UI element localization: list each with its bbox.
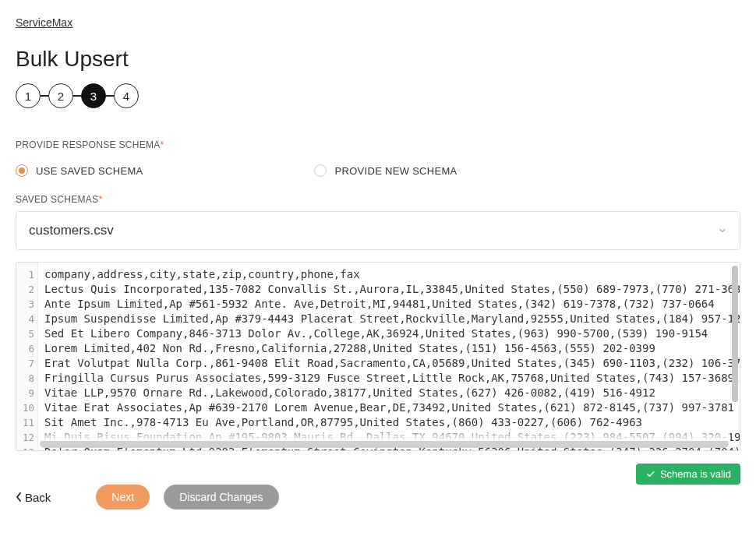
schema-valid-text: Schema is valid xyxy=(660,468,731,480)
line-number: 11 xyxy=(21,415,34,430)
line-number: 5 xyxy=(21,326,34,341)
select-value: customers.csv xyxy=(29,223,114,238)
line-number: 13 xyxy=(21,445,34,451)
schema-section-label: PROVIDE RESPONSE SCHEMA* xyxy=(16,139,740,150)
radio-use-saved-schema[interactable]: USE SAVED SCHEMA xyxy=(16,164,143,177)
line-number: 2 xyxy=(21,282,34,297)
radio-provide-new-schema[interactable]: PROVIDE NEW SCHEMA xyxy=(314,164,457,177)
saved-schemas-label: SAVED SCHEMAS* xyxy=(16,194,740,205)
required-asterisk: * xyxy=(98,194,102,205)
code-line: company,address,city,state,zip,country,p… xyxy=(44,267,733,282)
line-number: 1 xyxy=(21,267,34,282)
step-connector xyxy=(41,95,48,97)
stepper: 1 2 3 4 xyxy=(16,83,740,108)
step-2[interactable]: 2 xyxy=(48,83,73,108)
line-number: 9 xyxy=(21,386,34,400)
line-number: 12 xyxy=(21,430,34,445)
saved-schemas-select[interactable]: customers.csv xyxy=(16,211,740,250)
app-breadcrumb-link[interactable]: ServiceMax xyxy=(16,16,72,29)
code-line: Lorem Limited,402 Non Rd.,Fresno,Califor… xyxy=(44,341,733,356)
vertical-scrollbar[interactable] xyxy=(732,266,738,402)
code-line: Sit Amet Inc.,978-4713 Eu Ave,Portland,O… xyxy=(44,415,733,430)
radio-label: USE SAVED SCHEMA xyxy=(36,165,143,177)
line-number: 4 xyxy=(21,312,34,326)
code-line: Ipsum Suspendisse Limited,Ap #379-4443 P… xyxy=(44,312,733,326)
schema-radio-group: USE SAVED SCHEMA PROVIDE NEW SCHEMA xyxy=(16,164,740,177)
saved-schemas-label-text: SAVED SCHEMAS xyxy=(16,194,98,205)
schema-editor[interactable]: 12345678910111213 company,address,city,s… xyxy=(16,262,740,451)
back-button[interactable]: Back xyxy=(16,491,51,504)
line-number: 8 xyxy=(21,371,34,386)
line-number: 3 xyxy=(21,297,34,312)
editor-gutter: 12345678910111213 xyxy=(16,263,38,450)
code-line: Sed Et Libero Company,846-3713 Dolor Av.… xyxy=(44,326,733,341)
step-3[interactable]: 3 xyxy=(81,83,106,108)
required-asterisk: * xyxy=(161,139,164,150)
editor-code[interactable]: company,address,city,state,zip,country,p… xyxy=(38,263,740,450)
back-label: Back xyxy=(25,491,51,504)
horizontal-scrollbar[interactable] xyxy=(40,440,729,448)
radio-icon xyxy=(16,164,28,177)
code-line: Erat Volutpat Nulla Corp.,861-9408 Elit … xyxy=(44,356,733,371)
line-number: 7 xyxy=(21,356,34,371)
radio-label: PROVIDE NEW SCHEMA xyxy=(334,165,457,177)
line-number: 10 xyxy=(21,400,34,415)
schema-section-label-text: PROVIDE RESPONSE SCHEMA xyxy=(16,139,161,150)
radio-icon xyxy=(314,164,327,177)
step-1[interactable]: 1 xyxy=(16,83,41,108)
step-connector xyxy=(106,95,114,97)
button-row: Back Next Discard Changes xyxy=(16,485,740,509)
check-icon xyxy=(645,469,655,479)
page-title: Bulk Upsert xyxy=(16,47,740,72)
discard-changes-button[interactable]: Discard Changes xyxy=(164,485,278,509)
chevron-left-icon xyxy=(16,492,22,502)
code-line: Vitae LLP,9570 Ornare Rd.,Lakewood,Color… xyxy=(44,386,733,400)
schema-valid-badge: Schema is valid xyxy=(636,464,740,485)
code-line: Fringilla Cursus Purus Associates,599-31… xyxy=(44,371,733,386)
code-line: Lectus Quis Incorporated,135-7082 Conval… xyxy=(44,282,733,297)
code-line: Ante Ipsum Limited,Ap #561-5932 Ante. Av… xyxy=(44,297,733,312)
code-line: Vitae Erat Associates,Ap #639-2170 Lorem… xyxy=(44,400,733,415)
step-4[interactable]: 4 xyxy=(114,83,139,108)
step-connector xyxy=(73,95,81,97)
chevron-down-icon xyxy=(718,226,727,235)
line-number: 6 xyxy=(21,341,34,356)
next-button[interactable]: Next xyxy=(96,485,150,509)
